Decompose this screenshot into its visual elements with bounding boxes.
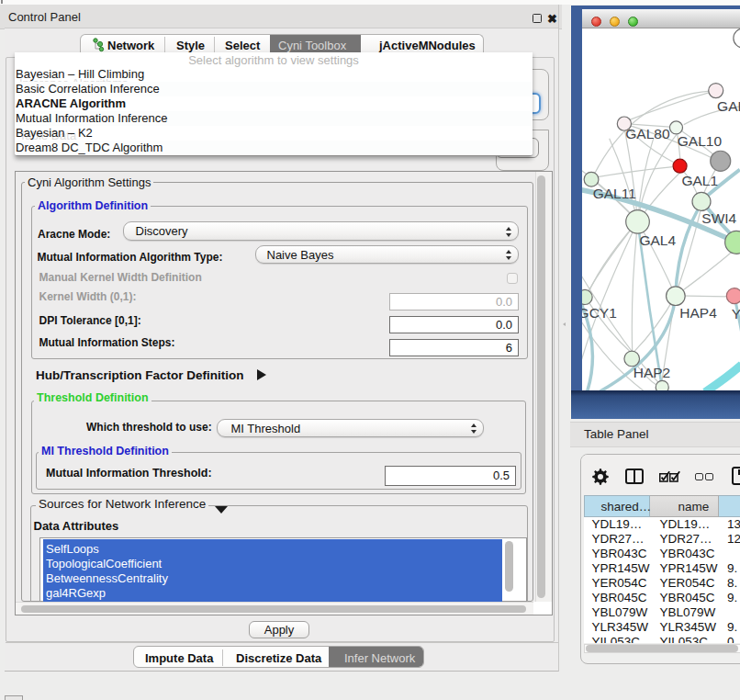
svg-text:HAP2: HAP2 [633, 364, 670, 379]
svg-text:SWI4: SWI4 [701, 209, 736, 225]
svg-text:GAL11: GAL11 [592, 185, 635, 200]
svg-text:GAL7: GAL7 [717, 97, 740, 113]
svg-text:Y: Y [731, 306, 740, 322]
svg-text:GAL1: GAL1 [681, 172, 718, 187]
svg-text:GAL10: GAL10 [677, 132, 722, 148]
svg-text:GAL4: GAL4 [639, 232, 676, 248]
svg-text:GAL80: GAL80 [625, 126, 670, 141]
svg-text:GCY1: GCY1 [582, 304, 617, 320]
svg-text:HAP4: HAP4 [679, 305, 717, 321]
